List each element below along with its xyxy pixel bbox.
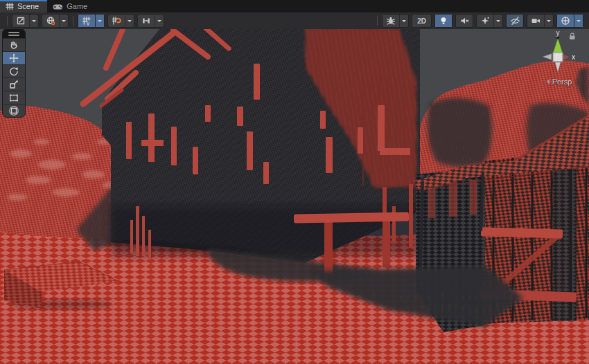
rotate-icon [8,66,19,77]
gizmos-toggle-button[interactable] [556,14,583,28]
bug-icon [383,15,399,27]
move-icon [8,53,19,64]
sparkle-icon [477,15,493,27]
scale-icon [8,79,19,90]
projection-toggle[interactable]: Persp [534,78,585,86]
tool-transform[interactable] [3,104,25,117]
chevron-down-icon[interactable] [29,15,38,27]
grid-icon [6,2,14,10]
tab-scene-label: Scene [17,2,39,10]
projection-label: Persp [552,78,572,86]
axis-cone-y-icon[interactable] [553,37,563,53]
2d-label: 2D [412,17,431,25]
gizmos-sphere-icon [557,15,574,27]
axis-x-label: x [572,53,575,61]
effects-toggle-button[interactable] [476,14,503,28]
chevron-down-icon[interactable] [544,15,553,27]
divider [377,16,378,26]
rect-icon [8,92,19,103]
overlay-drag-handle[interactable] [3,29,25,38]
tab-scene[interactable]: Scene [0,0,47,12]
chevron-down-icon[interactable] [574,15,583,27]
snap-move-icon [138,15,155,27]
chevron-left-icon [544,79,550,84]
move-snap-button[interactable] [137,14,164,28]
tools-overlay [2,28,26,118]
tab-bar: Scene Game [0,0,589,12]
grid-visibility-button[interactable]: y [78,14,105,28]
globe-icon [42,15,59,27]
hand-icon [8,39,19,51]
tool-handle-position-button[interactable] [12,14,39,28]
chevron-down-icon[interactable] [399,15,408,27]
lightbulb-icon [435,15,452,27]
tab-game-label: Game [67,2,87,10]
snap-settings-button[interactable] [107,14,134,28]
svg-text:y: y [87,21,89,26]
scene-camera-settings-button[interactable] [527,14,554,28]
tool-handle-rotation-button[interactable] [42,14,69,28]
chevron-down-icon[interactable] [95,15,104,27]
scene-lighting-toggle[interactable] [434,14,452,28]
scene-toolbar: y 2D [0,12,589,29]
tool-move[interactable] [3,51,25,64]
snap-magnet-icon [108,15,125,27]
chevron-down-icon[interactable] [59,15,68,27]
orientation-gizmo[interactable]: y x [535,29,583,79]
divider [7,16,8,26]
axis-cone-neg-x-icon[interactable] [543,54,552,60]
pivot-icon [12,15,29,27]
tool-view-hand[interactable] [3,38,25,51]
camera-icon [527,15,544,27]
scene-visibility-toggle[interactable] [506,14,524,28]
axis-cone-neg-y-icon[interactable] [555,62,561,72]
audio-mute-toggle[interactable] [455,14,473,28]
tool-scale[interactable] [3,78,25,91]
grid-y-icon: y [78,15,95,27]
scene-canvas[interactable] [0,29,589,364]
draw-mode-debug-button[interactable] [382,14,409,28]
chevron-down-icon[interactable] [493,15,502,27]
building-barn [83,29,420,263]
transform-icon [8,105,19,116]
divider [73,16,73,26]
2d-view-toggle[interactable]: 2D [412,14,432,28]
tool-rotate[interactable] [3,64,25,78]
tool-rect[interactable] [3,91,25,104]
unity-scene-view-window: Scene Game y [0,0,589,364]
gamepad-icon [53,2,63,10]
tab-game[interactable]: Game [47,0,96,12]
audio-muted-icon [456,15,473,27]
lock-icon[interactable] [570,33,575,39]
axis-cone-x-icon[interactable] [563,54,570,60]
chevron-down-icon[interactable] [155,15,164,27]
eye-hidden-icon [507,15,523,27]
axis-y-label: y [556,29,560,37]
gizmo-center-cube[interactable] [553,53,563,62]
chevron-down-icon[interactable] [125,15,134,27]
